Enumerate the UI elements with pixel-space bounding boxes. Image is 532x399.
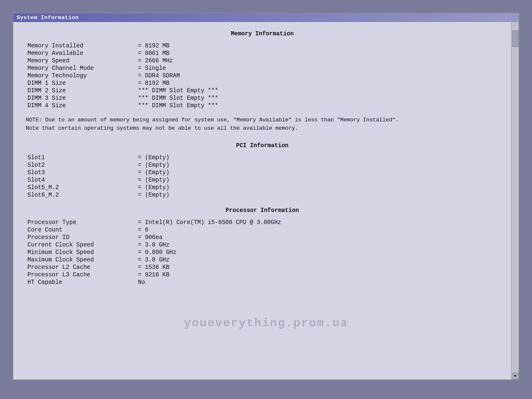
table-row: Memory Channel Mode = Single: [26, 64, 499, 72]
l3-cache-value: = 9216 KB: [134, 271, 499, 278]
max-clock-label: Maximum Clock Speed: [26, 256, 134, 264]
max-clock-value: = 3.0 GHz: [134, 256, 499, 264]
processor-type-label: Processor Type: [26, 219, 134, 226]
min-clock-value: = 0.800 GHz: [134, 249, 499, 256]
scrollbar-down-arrow[interactable]: ▼: [512, 373, 519, 379]
table-row: Slot2 = (Empty): [26, 161, 499, 169]
memory-speed-value: = 2666 MHz: [134, 57, 499, 64]
dimm1-label: DIMM 1 Size: [26, 79, 134, 87]
slot5-value: = (Empty): [134, 184, 499, 191]
processor-section: Processor Information Processor Type = I…: [26, 207, 499, 286]
table-row: Processor Type = Intel(R) Core(TM) i5-85…: [26, 219, 499, 226]
dimm2-label: DIMM 2 Size: [26, 87, 134, 94]
table-row: Current Clock Speed = 3.0 GHz: [26, 241, 499, 249]
processor-type-value: = Intel(R) Core(TM) i5-8500 CPU @ 3.00GH…: [134, 219, 499, 226]
memory-note: NOTE: Due to an amount of memory being a…: [26, 116, 400, 132]
core-count-label: Core Count: [26, 226, 134, 234]
slot3-value: = (Empty): [134, 169, 499, 176]
scrollbar-thumb[interactable]: [512, 30, 519, 47]
memory-installed-value: = 8192 MB: [134, 42, 499, 49]
memory-info-table: Memory Installed = 8192 MB Memory Availa…: [26, 42, 499, 109]
content-area: Memory Information Memory Installed = 81…: [13, 22, 519, 379]
table-row: Slot3 = (Empty): [26, 169, 499, 176]
table-row: Memory Speed = 2666 MHz: [26, 57, 499, 64]
table-row: Slot4 = (Empty): [26, 176, 499, 184]
core-count-value: = 6: [134, 226, 499, 234]
processor-id-label: Processor ID: [26, 234, 134, 241]
l3-cache-label: Processor L3 Cache: [26, 271, 134, 278]
slot2-value: = (Empty): [134, 161, 499, 169]
slot3-label: Slot3: [26, 169, 134, 176]
table-row: Slot1 = (Empty): [26, 154, 499, 161]
dimm3-label: DIMM 3 Size: [26, 94, 134, 102]
pci-info-table: Slot1 = (Empty) Slot2 = (Empty) Slot3 = …: [26, 154, 499, 199]
table-row: Maximum Clock Speed = 3.0 GHz: [26, 256, 499, 264]
dimm3-value: *** DIMM Slot Empty ***: [134, 94, 499, 102]
memory-section: Memory Information Memory Installed = 81…: [26, 30, 499, 132]
min-clock-label: Minimum Clock Speed: [26, 249, 134, 256]
memory-available-value: = 8061 MB: [134, 49, 499, 57]
ht-capable-value: No: [134, 278, 499, 286]
ht-capable-label: HT Capable: [26, 278, 134, 286]
main-content: Memory Information Memory Installed = 81…: [13, 22, 511, 379]
processor-section-title: Processor Information: [26, 207, 499, 214]
table-row: DIMM 3 Size *** DIMM Slot Empty ***: [26, 94, 499, 102]
dimm1-value: = 8192 MB: [134, 79, 499, 87]
table-row: Memory Installed = 8192 MB: [26, 42, 499, 49]
table-row: Slot5_M.2 = (Empty): [26, 184, 499, 191]
memory-channel-mode-label: Memory Channel Mode: [26, 64, 134, 72]
slot1-label: Slot1: [26, 154, 134, 161]
slot6-value: = (Empty): [134, 191, 499, 199]
memory-technology-value: = DDR4 SDRAM: [134, 72, 499, 79]
table-row: HT Capable No: [26, 278, 499, 286]
table-row: DIMM 2 Size *** DIMM Slot Empty ***: [26, 87, 499, 94]
table-row: Memory Available = 8061 MB: [26, 49, 499, 57]
memory-speed-label: Memory Speed: [26, 57, 134, 64]
dimm4-value: *** DIMM Slot Empty ***: [134, 102, 499, 109]
down-arrow-icon: ▼: [514, 374, 516, 379]
l2-cache-value: = 1536 KB: [134, 264, 499, 271]
slot6-label: Slot6_M.2: [26, 191, 134, 199]
table-row: Memory Technology = DDR4 SDRAM: [26, 72, 499, 79]
pci-section: PCI Information Slot1 = (Empty) Slot2 = …: [26, 142, 499, 199]
table-row: Minimum Clock Speed = 0.800 GHz: [26, 249, 499, 256]
table-row: Processor L2 Cache = 1536 KB: [26, 264, 499, 271]
dimm2-value: *** DIMM Slot Empty ***: [134, 87, 499, 94]
table-row: Core Count = 6: [26, 226, 499, 234]
window-title: System Information: [17, 15, 79, 21]
memory-channel-mode-value: = Single: [134, 64, 499, 72]
current-clock-value: = 3.0 GHz: [134, 241, 499, 249]
memory-section-title: Memory Information: [26, 30, 499, 37]
slot1-value: = (Empty): [134, 154, 499, 161]
l2-cache-label: Processor L2 Cache: [26, 264, 134, 271]
processor-info-table: Processor Type = Intel(R) Core(TM) i5-85…: [26, 219, 499, 286]
processor-id-value: = 906ea: [134, 234, 499, 241]
table-row: DIMM 1 Size = 8192 MB: [26, 79, 499, 87]
current-clock-label: Current Clock Speed: [26, 241, 134, 249]
pci-section-title: PCI Information: [26, 142, 499, 149]
table-row: Processor ID = 906ea: [26, 234, 499, 241]
memory-installed-label: Memory Installed: [26, 42, 134, 49]
slot4-label: Slot4: [26, 176, 134, 184]
table-row: Processor L3 Cache = 9216 KB: [26, 271, 499, 278]
table-row: Slot6_M.2 = (Empty): [26, 191, 499, 199]
slot5-label: Slot5_M.2: [26, 184, 134, 191]
scrollbar[interactable]: ▼: [511, 22, 519, 379]
memory-technology-label: Memory Technology: [26, 72, 134, 79]
slot2-label: Slot2: [26, 161, 134, 169]
dimm4-label: DIMM 4 Size: [26, 102, 134, 109]
table-row: DIMM 4 Size *** DIMM Slot Empty ***: [26, 102, 499, 109]
title-bar: System Information: [13, 13, 519, 22]
memory-available-label: Memory Available: [26, 49, 134, 57]
system-information-window: System Information Memory Information Me…: [12, 12, 520, 380]
slot4-value: = (Empty): [134, 176, 499, 184]
